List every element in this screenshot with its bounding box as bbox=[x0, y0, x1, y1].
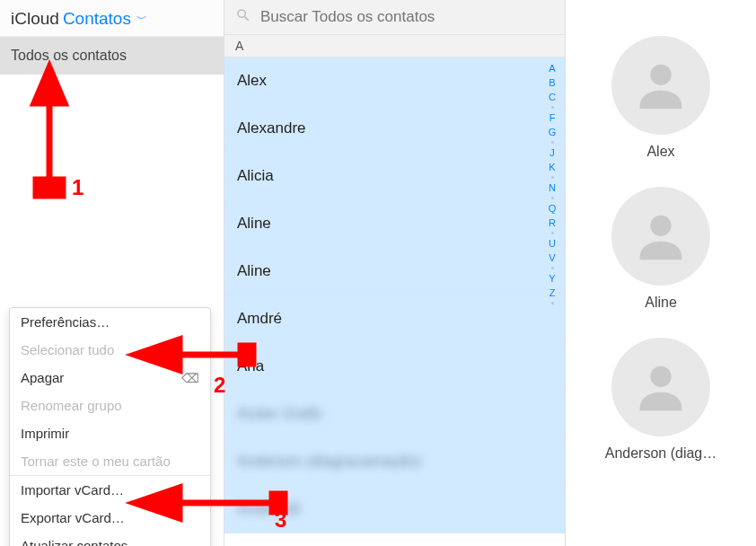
card-name: Anderson (diag… bbox=[605, 445, 717, 462]
avatar bbox=[611, 338, 710, 436]
list-item[interactable]: Ana bbox=[224, 343, 565, 391]
alpha-index-dot bbox=[551, 232, 554, 234]
sidebar-item-all-contacts[interactable]: Todos os contatos bbox=[0, 37, 224, 75]
delete-icon: ⌫ bbox=[181, 371, 199, 385]
list-item[interactable]: Aline bbox=[224, 200, 565, 248]
section-label: Contatos bbox=[63, 9, 131, 29]
alpha-index-letter[interactable]: U bbox=[549, 238, 556, 249]
alpha-index-dot bbox=[551, 267, 554, 269]
menu-select-all[interactable]: Selecionar tudo bbox=[10, 336, 210, 364]
contact-card[interactable]: Anderson (diag… bbox=[605, 338, 717, 462]
alpha-index-letter[interactable]: Q bbox=[549, 203, 557, 214]
contact-list-pane: A AlexAlexandreAliciaAlineAlineAmdréAnaA… bbox=[224, 0, 566, 546]
section-letter: A bbox=[235, 39, 243, 53]
menu-rename-group[interactable]: Renomear grupo bbox=[10, 392, 210, 419]
sidebar-header[interactable]: iCloud Contatos ﹀ bbox=[0, 0, 224, 37]
list-item[interactable]: Alex bbox=[224, 57, 565, 105]
alpha-index-letter[interactable]: Y bbox=[549, 273, 555, 284]
alpha-index-letter[interactable]: C bbox=[549, 92, 556, 102]
alpha-index-letter[interactable]: B bbox=[549, 77, 555, 88]
alpha-index-letter[interactable]: K bbox=[549, 162, 555, 172]
search-icon bbox=[235, 7, 251, 27]
card-name: Aline bbox=[645, 295, 677, 311]
alpha-index-letter[interactable]: F bbox=[549, 112, 556, 123]
annotation-number-3: 3 bbox=[275, 507, 286, 533]
alpha-index-letter[interactable]: J bbox=[549, 147, 555, 158]
annotation-number-1: 1 bbox=[72, 175, 84, 200]
list-item[interactable]: Ander Grafic bbox=[224, 391, 565, 438]
card-name: Alex bbox=[646, 144, 674, 160]
list-item[interactable]: Amdré bbox=[224, 295, 565, 343]
annotation-number-2: 2 bbox=[214, 373, 225, 398]
svg-point-1 bbox=[650, 216, 671, 236]
menu-make-my-card[interactable]: Tornar este o meu cartão bbox=[10, 447, 210, 475]
menu-import-vcard[interactable]: Importar vCard… bbox=[10, 476, 210, 504]
list-item[interactable]: Angela bbox=[224, 533, 565, 546]
alpha-index-letter[interactable]: R bbox=[549, 217, 556, 228]
menu-delete[interactable]: Apagar ⌫ bbox=[10, 364, 210, 392]
alpha-index-dot bbox=[551, 106, 554, 109]
list-item[interactable]: Anderson (diagracamação) bbox=[224, 438, 565, 486]
menu-refresh[interactable]: Atualizar contatos bbox=[10, 532, 210, 546]
search-bar[interactable] bbox=[224, 0, 565, 35]
list-section-header: A bbox=[224, 35, 565, 57]
chevron-down-icon: ﹀ bbox=[136, 12, 147, 27]
svg-point-0 bbox=[650, 65, 671, 85]
avatar bbox=[611, 36, 710, 135]
alpha-index-dot bbox=[551, 141, 554, 144]
alpha-index[interactable]: ABCFGJKNQRUVYZ bbox=[545, 63, 559, 304]
svg-point-2 bbox=[650, 366, 671, 387]
alpha-index-dot bbox=[551, 197, 554, 199]
search-input[interactable] bbox=[260, 8, 554, 26]
avatar bbox=[611, 187, 710, 286]
context-menu: Preferências… Selecionar tudo Apagar ⌫ R… bbox=[9, 307, 211, 546]
alpha-index-letter[interactable]: N bbox=[549, 182, 556, 193]
detail-pane: AlexAlineAnderson (diag… bbox=[566, 0, 756, 546]
contact-card[interactable]: Alex bbox=[611, 36, 710, 160]
alpha-index-letter[interactable]: Z bbox=[549, 287, 556, 298]
menu-export-vcard[interactable]: Exportar vCard… bbox=[10, 504, 210, 532]
alpha-index-letter[interactable]: G bbox=[549, 127, 557, 137]
list-item[interactable]: Alicia bbox=[224, 153, 565, 200]
alpha-index-dot bbox=[551, 302, 554, 304]
menu-preferences[interactable]: Preferências… bbox=[10, 308, 210, 336]
group-label: Todos os contatos bbox=[11, 48, 127, 63]
alpha-index-letter[interactable]: A bbox=[549, 63, 555, 74]
list-item[interactable]: Aline bbox=[224, 248, 565, 295]
alpha-index-dot bbox=[551, 176, 554, 179]
list-item[interactable]: Alexandre bbox=[224, 105, 565, 153]
alpha-index-letter[interactable]: V bbox=[549, 252, 555, 263]
contact-card[interactable]: Aline bbox=[611, 187, 710, 311]
brand-label: iCloud bbox=[11, 9, 59, 29]
contact-rows: AlexAlexandreAliciaAlineAlineAmdréAnaAnd… bbox=[224, 57, 565, 546]
menu-print[interactable]: Imprimir bbox=[10, 419, 210, 447]
